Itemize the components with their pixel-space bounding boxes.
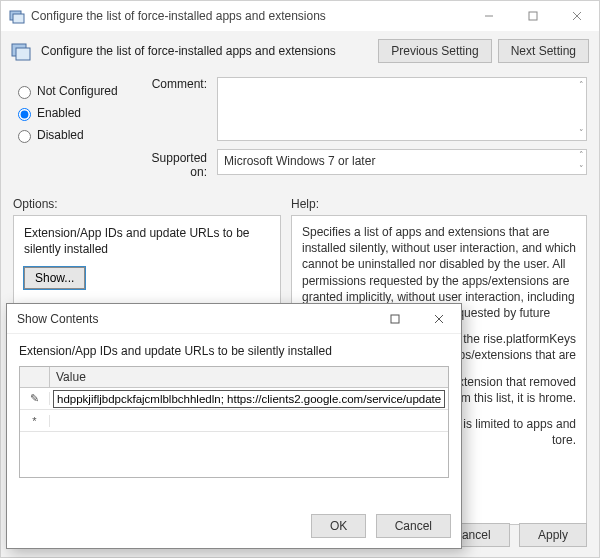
dialog-field-label: Extension/App IDs and update URLs to be …	[19, 344, 449, 358]
dialog-close-button[interactable]	[417, 304, 461, 334]
grid-header-row-selector	[20, 367, 50, 387]
edit-row-icon: ✎	[20, 392, 50, 405]
svg-rect-8	[391, 315, 399, 323]
svg-rect-3	[529, 12, 537, 20]
supported-on-label: Supported on:	[137, 149, 217, 179]
options-heading: Options:	[13, 197, 291, 211]
show-button[interactable]: Show...	[24, 267, 85, 289]
minimize-button[interactable]	[467, 1, 511, 31]
grid-header-value: Value	[50, 367, 448, 387]
window-title: Configure the list of force-installed ap…	[31, 9, 467, 23]
maximize-button[interactable]	[511, 1, 555, 31]
show-contents-dialog: Show Contents Extension/App IDs and upda…	[6, 303, 462, 549]
scroll-up-icon[interactable]: ˄	[579, 150, 584, 160]
grid-row[interactable]: ✎	[20, 388, 448, 410]
dialog-footer: OK Cancel	[305, 514, 451, 538]
header-title: Configure the list of force-installed ap…	[41, 44, 372, 58]
dialog-cancel-button[interactable]: Cancel	[376, 514, 451, 538]
supported-on-value: Microsoft Windows 7 or later	[224, 154, 375, 168]
radio-disabled-input[interactable]	[18, 130, 31, 143]
grid-new-row[interactable]: *	[20, 410, 448, 432]
apply-button[interactable]: Apply	[519, 523, 587, 547]
options-field-label: Extension/App IDs and update URLs to be …	[24, 226, 270, 257]
radio-not-configured-input[interactable]	[18, 86, 31, 99]
value-input[interactable]	[54, 391, 444, 407]
policy-icon	[11, 40, 33, 62]
scroll-down-icon[interactable]: ˅	[579, 128, 584, 138]
scroll-down-icon[interactable]: ˅	[579, 164, 584, 174]
policy-icon	[9, 8, 25, 24]
state-radio-group: Not Configured Enabled Disabled	[13, 77, 137, 179]
grid-header: Value	[20, 367, 448, 388]
svg-rect-7	[16, 48, 30, 60]
dialog-title: Show Contents	[17, 312, 373, 326]
dialog-maximize-button[interactable]	[373, 304, 417, 334]
dialog-ok-button[interactable]: OK	[311, 514, 366, 538]
supported-on-field: Microsoft Windows 7 or later ˄ ˅	[217, 149, 587, 175]
comment-label: Comment:	[137, 77, 217, 91]
radio-label: Enabled	[37, 106, 81, 120]
help-heading: Help:	[291, 197, 587, 211]
header: Configure the list of force-installed ap…	[1, 31, 599, 71]
scroll-up-icon[interactable]: ˄	[579, 80, 584, 90]
dialog-title-bar: Show Contents	[7, 304, 461, 334]
radio-enabled[interactable]: Enabled	[13, 105, 137, 121]
radio-enabled-input[interactable]	[18, 108, 31, 121]
close-button[interactable]	[555, 1, 599, 31]
comment-textarea[interactable]: ˄ ˅	[217, 77, 587, 141]
title-bar: Configure the list of force-installed ap…	[1, 1, 599, 31]
radio-label: Disabled	[37, 128, 84, 142]
radio-disabled[interactable]: Disabled	[13, 127, 137, 143]
new-row-icon: *	[20, 415, 50, 427]
radio-label: Not Configured	[37, 84, 118, 98]
radio-not-configured[interactable]: Not Configured	[13, 83, 137, 99]
svg-rect-1	[13, 14, 24, 23]
values-grid[interactable]: Value ✎ *	[19, 366, 449, 478]
previous-setting-button[interactable]: Previous Setting	[378, 39, 491, 63]
next-setting-button[interactable]: Next Setting	[498, 39, 589, 63]
